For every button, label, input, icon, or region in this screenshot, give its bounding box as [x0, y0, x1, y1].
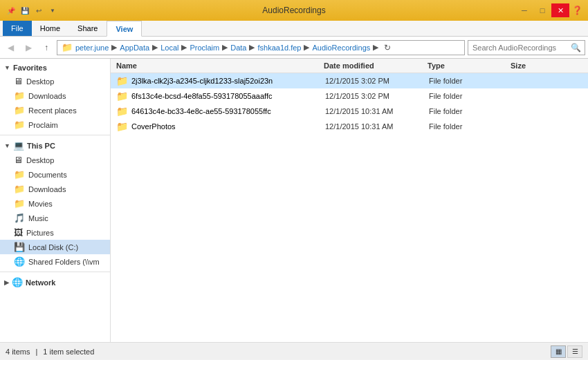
path-seg-5[interactable]: Data [230, 44, 246, 52]
sidebar-item-documents[interactable]: 📁 Documents [0, 167, 110, 182]
path-seg-2[interactable]: AppData [120, 44, 149, 52]
sidebar-network: ▶ 🌐 Network [0, 275, 110, 289]
sidebar-item-local-disk[interactable]: 💾 Local Disk (C:) [0, 240, 110, 254]
desktop-fav-icon: 🖥 [14, 76, 23, 86]
quick-access-pin[interactable]: 📌 [6, 5, 17, 16]
close-button[interactable]: ✕ [551, 3, 569, 17]
forward-button[interactable]: ▶ [21, 40, 36, 55]
file-list-area: Name Date modified Type Size 📁 2j3lka-cl… [111, 59, 588, 342]
help-button[interactable]: ❓ [572, 6, 582, 15]
sidebar-network-label: Network [26, 278, 55, 287]
sidebar-item-movies[interactable]: 📁 Movies [0, 196, 110, 211]
file-date: 12/1/2015 3:02 PM [325, 92, 429, 100]
address-bar: ◀ ▶ ↑ 📁 peter.june ▶ AppData ▶ Local ▶ P… [0, 37, 588, 59]
sidebar-thispc: ▼ 💻 This PC 🖥 Desktop 📁 Documents 📁 Down… [0, 138, 110, 269]
search-input[interactable] [472, 44, 568, 52]
pictures-icon: 🖼 [14, 227, 23, 238]
sidebar: ▼ Favorites 🖥 Desktop 📁 Downloads 📁 Rece… [0, 59, 111, 342]
col-header-date[interactable]: Date modified [324, 61, 428, 70]
thispc-icon: 💻 [13, 140, 24, 151]
sidebar-thispc-header[interactable]: ▼ 💻 This PC [0, 138, 110, 153]
sidebar-thispc-label: This PC [27, 142, 55, 150]
file-name: 2j3lka-clk2j3-a2345-cljkd1233-slaj52oi23… [131, 77, 325, 85]
sidebar-favorites: ▼ Favorites 🖥 Desktop 📁 Downloads 📁 Rece… [0, 61, 110, 132]
local-disk-icon: 💾 [14, 242, 25, 252]
sidebar-divider-1 [0, 135, 110, 135]
selected-count: 1 item selected [43, 348, 94, 356]
sidebar-item-label: Shared Folders (\\vm [28, 258, 100, 266]
path-seg-6[interactable]: fshkaa1d.fep [257, 44, 301, 52]
tab-home[interactable]: Home [32, 21, 69, 36]
window-title: AudioRecordings [262, 6, 325, 15]
refresh-button[interactable]: ↻ [381, 41, 394, 54]
downloads-icon: 📁 [14, 184, 25, 194]
sidebar-divider-2 [0, 272, 110, 272]
file-date: 12/1/2015 3:02 PM [325, 77, 429, 85]
up-button[interactable]: ↑ [39, 40, 54, 55]
maximize-button[interactable]: □ [533, 3, 551, 17]
col-header-type[interactable]: Type [428, 61, 511, 70]
network-expand-icon: ▶ [4, 279, 9, 286]
col-header-name[interactable]: Name [116, 61, 324, 70]
table-row[interactable]: 📁 6fs13c4e-bcsd-4e8fa55-593178055aaaffc … [111, 88, 588, 104]
sidebar-item-recent-fav[interactable]: 📁 Recent places [0, 103, 110, 117]
tab-view[interactable]: View [107, 21, 142, 37]
sidebar-item-downloads[interactable]: 📁 Downloads [0, 182, 110, 196]
documents-icon: 📁 [14, 169, 25, 180]
table-row[interactable]: 📁 2j3lka-clk2j3-a2345-cljkd1233-slaj52oi… [111, 73, 588, 88]
sidebar-item-desktop-pc[interactable]: 🖥 Desktop [0, 153, 110, 167]
col-header-size[interactable]: Size [511, 61, 582, 70]
minimize-button[interactable]: ─ [515, 3, 533, 17]
folder-icon: 📁 [116, 121, 128, 132]
search-icon[interactable]: 🔍 [571, 43, 581, 53]
window-controls[interactable]: ─ □ ✕ [515, 3, 569, 17]
quick-access-undo[interactable]: ↩ [33, 5, 44, 16]
music-icon: 🎵 [14, 213, 25, 223]
file-type: File folder [429, 122, 512, 131]
file-type: File folder [429, 77, 512, 85]
file-list-header: Name Date modified Type Size [111, 59, 588, 73]
file-date: 12/1/2015 10:31 AM [325, 122, 429, 131]
table-row[interactable]: 📁 CoverPhotos 12/1/2015 10:31 AM File fo… [111, 119, 588, 134]
tab-file[interactable]: File [3, 21, 32, 36]
path-seg-3[interactable]: Local [160, 44, 178, 52]
ribbon: File Home Share View [0, 21, 588, 37]
file-name: 64613c4e-bc33-4e8c-ae55-593178055ffc [131, 107, 325, 115]
sidebar-item-music[interactable]: 🎵 Music [0, 211, 110, 225]
quick-access-dropdown[interactable]: ▼ [47, 5, 58, 16]
back-button[interactable]: ◀ [3, 40, 18, 55]
file-type: File folder [429, 107, 512, 115]
sidebar-item-label: Pictures [26, 229, 54, 237]
sidebar-item-desktop-fav[interactable]: 🖥 Desktop [0, 74, 110, 88]
sidebar-item-label: Recent places [28, 106, 77, 115]
sidebar-item-label: Local Disk (C:) [28, 243, 78, 251]
path-seg-1[interactable]: peter.june [75, 44, 109, 52]
tab-share[interactable]: Share [69, 21, 107, 36]
list-view-button[interactable]: ☰ [567, 345, 582, 358]
sidebar-network-header[interactable]: ▶ 🌐 Network [0, 275, 110, 289]
search-box[interactable]: 🔍 [468, 40, 585, 55]
sidebar-item-label: Downloads [28, 92, 66, 100]
thispc-expand-icon: ▼ [4, 142, 10, 149]
path-seg-7[interactable]: AudioRecordings [312, 44, 370, 52]
title-bar: 📌 💾 ↩ ▼ AudioRecordings ─ □ ✕ ❓ [0, 0, 588, 21]
table-row[interactable]: 📁 64613c4e-bc33-4e8c-ae55-593178055ffc 1… [111, 104, 588, 119]
sidebar-favorites-label: Favorites [13, 64, 47, 72]
titlebar-quick-access[interactable]: 📌 💾 ↩ ▼ [6, 5, 58, 16]
address-path[interactable]: 📁 peter.june ▶ AppData ▶ Local ▶ Proclai… [57, 40, 465, 55]
details-view-button[interactable]: ▦ [551, 345, 566, 358]
status-divider: | [35, 348, 37, 356]
quick-access-save[interactable]: 💾 [19, 5, 30, 16]
sidebar-item-shared-folders[interactable]: 🌐 Shared Folders (\\vm [0, 254, 110, 269]
favorites-expand-icon: ▼ [4, 64, 10, 71]
sidebar-item-label: Downloads [28, 185, 66, 193]
sidebar-item-pictures[interactable]: 🖼 Pictures [0, 225, 110, 240]
path-seg-4[interactable]: Proclaim [190, 44, 219, 52]
ribbon-tab-bar: File Home Share View [0, 21, 588, 36]
file-name: CoverPhotos [131, 122, 325, 131]
main-area: ▼ Favorites 🖥 Desktop 📁 Downloads 📁 Rece… [0, 59, 588, 342]
sidebar-item-proclaim-fav[interactable]: 📁 Proclaim [0, 117, 110, 132]
file-list: 📁 2j3lka-clk2j3-a2345-cljkd1233-slaj52oi… [111, 73, 588, 342]
sidebar-favorites-header[interactable]: ▼ Favorites [0, 61, 110, 74]
sidebar-item-downloads-fav[interactable]: 📁 Downloads [0, 88, 110, 103]
